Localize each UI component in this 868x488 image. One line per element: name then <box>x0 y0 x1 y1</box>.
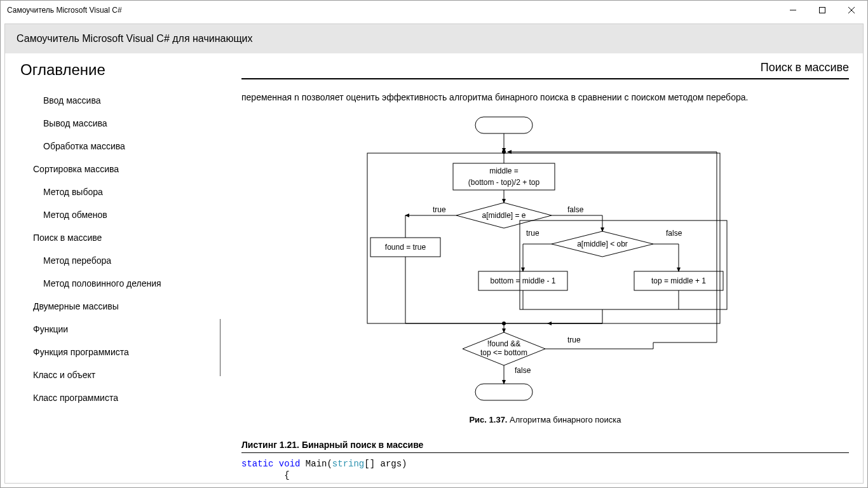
sidebar-scroll-indicator <box>220 319 220 376</box>
sidebar-title: Оглавление <box>20 61 227 79</box>
svg-text:middle =: middle = <box>489 166 519 175</box>
flowchart-diagram: middle = (bottom - top)/2 + top a[middle… <box>241 114 849 406</box>
svg-text:a[middle] = e: a[middle] = e <box>482 211 526 220</box>
minimize-button[interactable] <box>778 1 808 20</box>
page-title: Поиск в массиве <box>241 61 849 79</box>
listing-title: Листинг 1.21. Бинарный поиск в массиве <box>241 440 849 453</box>
toc-item[interactable]: Обработка массива <box>20 135 227 158</box>
maximize-button[interactable] <box>808 1 837 20</box>
svg-text:false: false <box>567 205 584 214</box>
toc-item[interactable]: Метод выбора <box>20 180 227 203</box>
svg-text:false: false <box>515 366 531 375</box>
toc-item[interactable]: Вывод массива <box>20 112 227 135</box>
toc-item[interactable]: Функция программиста <box>20 341 227 363</box>
toc-item[interactable]: Двумерные массивы <box>20 295 227 318</box>
figure-caption: Рис. 1.37. Алгоритма бинарного поиска <box>241 415 849 424</box>
window-controls <box>778 1 866 20</box>
toc-item[interactable]: Метод обменов <box>20 203 227 226</box>
svg-text:top = middle + 1: top = middle + 1 <box>651 276 706 285</box>
sidebar: Оглавление Ввод массиваВывод массиваОбра… <box>5 53 227 483</box>
content-area[interactable]: Поиск в массиве переменная n позволяет о… <box>227 53 863 483</box>
toc-item[interactable]: Класс программиста <box>20 386 227 409</box>
window-title: Самоучитель Microsoft Visual C# <box>7 6 122 15</box>
toc-item[interactable]: Метод половинного деления <box>20 272 227 295</box>
svg-text:!found &&: !found && <box>487 339 521 348</box>
toc-item[interactable]: Метод перебора <box>20 249 227 272</box>
svg-rect-4 <box>475 117 532 133</box>
titlebar: Самоучитель Microsoft Visual C# <box>1 1 867 20</box>
code-block: static void Main(string[] args) { <box>241 458 849 481</box>
svg-rect-1 <box>820 8 825 13</box>
toc-item[interactable]: Функции <box>20 318 227 341</box>
svg-text:true: true <box>567 336 581 344</box>
svg-text:bottom = middle - 1: bottom = middle - 1 <box>490 276 555 285</box>
close-button[interactable] <box>837 1 866 20</box>
svg-text:top <= bottom: top <= bottom <box>480 348 527 357</box>
svg-text:found = true: found = true <box>385 243 426 252</box>
toc-item[interactable]: Поиск в массиве <box>20 226 227 249</box>
intro-paragraph: переменная n позволяет оценить эффективн… <box>241 92 849 102</box>
svg-text:true: true <box>433 205 446 214</box>
toc-item[interactable]: Сортировка массива <box>20 158 227 180</box>
svg-text:true: true <box>526 229 539 238</box>
svg-text:a[middle] < obr: a[middle] < obr <box>577 240 628 248</box>
svg-rect-53 <box>475 384 532 400</box>
svg-rect-36 <box>520 220 727 309</box>
svg-text:false: false <box>666 229 682 238</box>
toc-item[interactable]: Ввод массива <box>20 89 227 112</box>
svg-rect-37 <box>367 153 720 323</box>
toc-item[interactable]: Класс и объект <box>20 363 227 386</box>
svg-text:(bottom - top)/2  + top: (bottom - top)/2 + top <box>468 178 540 187</box>
app-subtitle: Самоучитель Microsoft Visual C# для начи… <box>5 24 863 53</box>
